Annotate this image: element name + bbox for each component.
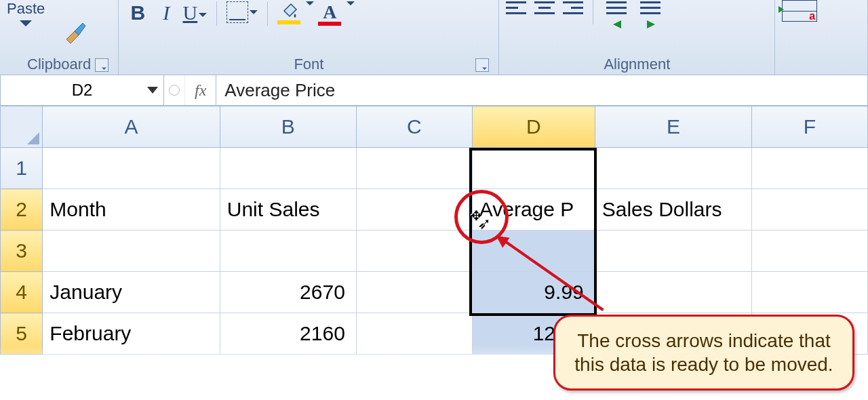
fill-color-button[interactable] [277, 1, 300, 24]
cell[interactable] [356, 189, 472, 231]
cell-D2-active[interactable]: Average P [472, 189, 595, 231]
cell[interactable]: 2670 [220, 272, 356, 313]
column-header-A[interactable]: A [43, 106, 220, 148]
clipboard-group-label: Clipboard [27, 56, 91, 73]
cell[interactable] [356, 148, 472, 189]
ribbon-group-merge: a [775, 0, 868, 75]
cell[interactable]: 2160 [220, 313, 356, 355]
align-center-button[interactable] [533, 0, 556, 18]
select-all-corner[interactable] [1, 106, 43, 148]
bold-button[interactable]: B [125, 1, 150, 24]
format-painter-icon[interactable] [62, 16, 90, 43]
separator [593, 0, 593, 24]
ribbon: Paste Clipboard B I U A [0, 0, 868, 75]
alignment-group-label: Alignment [604, 56, 670, 73]
cell[interactable]: Unit Sales [220, 189, 356, 231]
paste-label: Paste [7, 0, 45, 18]
row-header[interactable]: 1 [1, 148, 43, 189]
cell[interactable]: January [43, 272, 220, 313]
underline-button[interactable]: U [182, 1, 207, 24]
decrease-indent-button[interactable] [603, 0, 633, 28]
row-header[interactable]: 3 [1, 231, 43, 272]
column-header-F[interactable]: F [752, 106, 868, 148]
italic-button[interactable]: I [154, 1, 178, 24]
ribbon-group-clipboard: Paste Clipboard [0, 0, 119, 75]
separator [267, 1, 268, 26]
paste-button[interactable]: Paste [7, 0, 45, 26]
cell[interactable] [356, 313, 472, 355]
name-box-dropdown[interactable] [147, 87, 158, 94]
ribbon-group-alignment: Alignment [499, 0, 775, 75]
column-header-E[interactable]: E [595, 106, 751, 148]
cell[interactable] [220, 148, 356, 189]
increase-indent-button[interactable] [637, 0, 667, 28]
paste-dropdown-arrow[interactable] [20, 20, 32, 26]
annotation-callout: The cross arrows indicate that this data… [553, 315, 854, 391]
name-box[interactable]: D2 [1, 75, 164, 105]
row-header[interactable]: 5 [1, 313, 43, 355]
cell[interactable]: Sales Dollars [595, 189, 751, 231]
separator [216, 1, 217, 26]
font-group-label: Font [294, 56, 323, 73]
cell[interactable] [356, 231, 472, 272]
clipboard-dialog-launcher[interactable] [95, 58, 108, 72]
cell[interactable] [595, 231, 751, 272]
cancel-button[interactable] [164, 75, 185, 105]
borders-icon [226, 1, 248, 23]
column-header-C[interactable]: C [356, 106, 472, 148]
column-header-B[interactable]: B [220, 106, 356, 148]
row-header[interactable]: 2 [1, 189, 43, 231]
formula-input[interactable]: Average Price [216, 80, 867, 101]
align-left-button[interactable] [506, 0, 529, 18]
cell[interactable] [43, 231, 220, 272]
row-header[interactable]: 4 [1, 272, 43, 313]
cell[interactable]: Month [43, 189, 220, 231]
align-right-button[interactable] [560, 0, 583, 18]
cell[interactable] [43, 148, 220, 189]
borders-button[interactable] [226, 1, 258, 23]
cell[interactable] [752, 189, 868, 231]
cell[interactable] [752, 272, 868, 313]
cell[interactable] [220, 231, 356, 272]
column-header-D[interactable]: D [472, 106, 595, 148]
cell[interactable] [472, 231, 595, 272]
cell[interactable] [595, 148, 751, 189]
font-dialog-launcher[interactable] [475, 58, 489, 72]
ribbon-group-font: B I U A Font [119, 0, 499, 75]
formula-bar: D2 fx Average Price [0, 75, 868, 106]
merge-cells-button[interactable]: a [782, 0, 817, 22]
cell[interactable] [752, 231, 868, 272]
font-color-button[interactable]: A [318, 1, 341, 26]
cell[interactable] [595, 272, 751, 313]
cell[interactable] [356, 272, 472, 313]
cell[interactable]: February [43, 313, 220, 355]
cell[interactable] [752, 148, 868, 189]
cell[interactable] [472, 148, 595, 189]
insert-function-button[interactable]: fx [185, 75, 216, 105]
